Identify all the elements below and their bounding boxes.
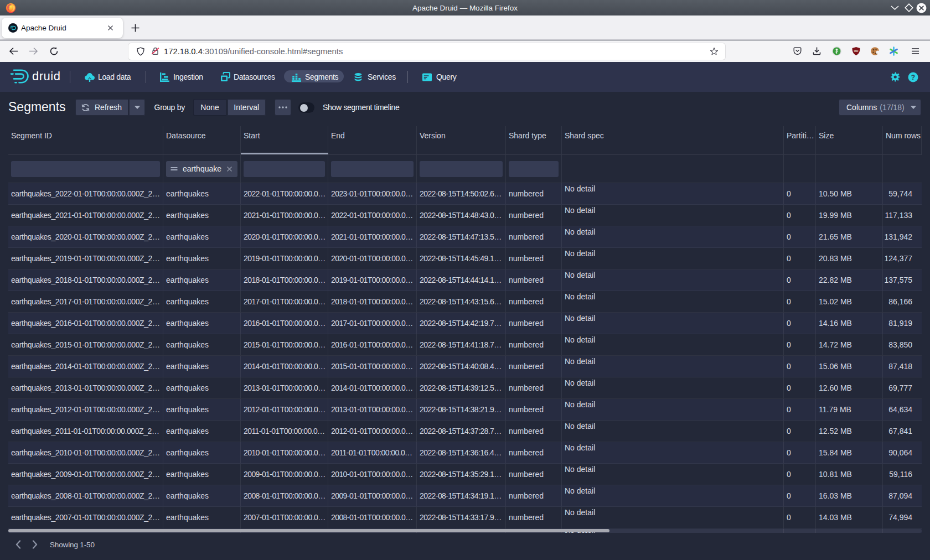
nav-item-segments[interactable]: Segments [291,62,338,92]
column-header-size[interactable]: Size [816,126,883,154]
nav-divider [407,71,408,83]
extension-ublock-icon[interactable]: UO [851,46,861,56]
cell-end: 2015-01-01T00:00:00.0… [328,356,417,377]
filter-input-segment-id[interactable] [11,161,160,177]
cell-segment-id[interactable]: earthquakes_2019-01-01T00:00:00.000Z_2… [8,248,163,269]
help-icon[interactable]: ? [908,72,918,82]
maximize-icon[interactable] [905,3,913,12]
refresh-icon [81,103,90,112]
druid-brand[interactable]: druid [10,68,60,85]
cell-segment-id[interactable]: earthquakes_2014-01-01T00:00:00.000Z_2… [8,356,163,377]
downloads-icon[interactable] [812,46,822,56]
group-by-none-button[interactable]: None [193,99,226,116]
back-button[interactable] [9,46,18,56]
tab-apache-druid[interactable]: Apache Druid [2,18,123,38]
refresh-dropdown-button[interactable] [128,99,145,116]
cell-segment-id[interactable]: earthquakes_2011-01-01T00:00:00.000Z_2… [8,421,163,442]
remove-filter-icon[interactable] [226,165,233,173]
columns-button[interactable]: Columns (17/18) [839,99,921,116]
nav-label: Segments [305,72,338,81]
cell-version: 2022-08-15T14:41:18.7… [417,334,506,355]
filter-cell-version [417,155,506,183]
column-header-datasource[interactable]: Datasource [163,126,241,154]
cell-start: 2007-01-01T00:00:00.0… [241,507,328,528]
column-header-shard-type[interactable]: Shard type [506,126,562,154]
sort-indicator [241,153,328,154]
cell-segment-id[interactable]: earthquakes_2013-01-01T00:00:00.000Z_2… [8,377,163,398]
nav-item-services[interactable]: Services [354,62,396,92]
column-header-end[interactable]: End [328,126,417,154]
url-bar[interactable]: 172.18.0.4:30109/unified-console.html#se… [128,43,725,60]
extension-privacy-icon[interactable] [832,46,841,56]
cell-segment-id[interactable]: earthquakes_2022-01-01T00:00:00.000Z_2… [8,183,163,204]
cell-segment-id[interactable]: earthquakes_2007-01-01T00:00:00.000Z_2… [8,507,163,528]
cell-num-rows: 59,744 [883,183,922,204]
menu-hamburger-icon[interactable] [911,46,920,56]
filter-input-shard-type[interactable] [509,161,559,177]
forward-button[interactable] [29,46,38,56]
cell-partition: 0 [784,226,816,247]
group-by-interval-button[interactable]: Interval [227,99,266,116]
column-header-version[interactable]: Version [417,126,506,154]
cell-datasource: earthquakes [163,269,241,291]
filter-input-version[interactable] [420,161,503,177]
cell-segment-id[interactable]: earthquakes_2021-01-01T00:00:00.000Z_2… [8,205,163,226]
table-filter-row: earthquake [8,155,922,183]
cell-segment-id[interactable]: earthquakes_2018-01-01T00:00:00.000Z_2… [8,269,163,291]
settings-gear-icon[interactable] [890,72,900,82]
column-header-label: Version [420,131,446,140]
cell-start: 2011-01-01T00:00:00.0… [241,421,328,442]
column-header-shard-spec[interactable]: Shard spec [562,126,784,154]
tab-close-icon[interactable] [107,24,114,32]
previous-page-icon[interactable] [14,540,23,549]
insecure-lock-icon[interactable] [151,46,160,56]
nav-item-ingestion[interactable]: Ingestion [159,62,203,92]
pocket-icon[interactable] [793,46,802,56]
filter-input-end[interactable] [331,161,414,177]
datasource-filter-tag[interactable]: earthquake [166,161,237,177]
cell-segment-id[interactable]: earthquakes_2020-01-01T00:00:00.000Z_2… [8,226,163,247]
bookmark-star-icon[interactable] [710,47,719,56]
column-header-start[interactable]: Start [241,126,328,154]
cell-datasource: earthquakes [163,399,241,420]
window-title: Apache Druid — Mozilla Firefox [0,4,930,12]
cell-version: 2022-08-15T14:44:14.1… [417,269,506,291]
cell-partition: 0 [784,377,816,398]
cell-shard-type: numbered [506,377,562,398]
cell-size: 15.84 MB [816,442,883,463]
url-text[interactable]: 172.18.0.4:30109/unified-console.html#se… [164,47,710,56]
column-header-partiti-[interactable]: Partiti… [784,126,816,154]
cell-segment-id[interactable]: earthquakes_2010-01-01T00:00:00.000Z_2… [8,442,163,463]
reload-button[interactable] [49,46,59,56]
more-options-button[interactable] [275,99,292,116]
cell-shard-spec: No detail [562,248,784,269]
database-icon [354,72,363,82]
cell-segment-id[interactable]: earthquakes_2017-01-01T00:00:00.000Z_2… [8,291,163,312]
cell-segment-id[interactable]: earthquakes_2016-01-01T00:00:00.000Z_2… [8,313,163,334]
close-icon[interactable] [916,3,927,13]
next-page-icon[interactable] [30,540,39,549]
column-header-segment-id[interactable]: Segment ID [8,126,163,154]
cell-segment-id[interactable]: earthquakes_2009-01-01T00:00:00.000Z_2… [8,464,163,485]
nav-item-load-data[interactable]: Load data [84,62,131,92]
cell-segment-id[interactable]: earthquakes_2012-01-01T00:00:00.000Z_2… [8,399,163,420]
horizontal-scrollbar-thumb[interactable] [8,529,609,532]
cell-segment-id[interactable]: earthquakes_2015-01-01T00:00:00.000Z_2… [8,334,163,355]
minimize-icon[interactable] [890,4,900,12]
nav-item-datasources[interactable]: Datasources [220,62,275,92]
table-row: earthquakes_2010-01-01T00:00:00.000Z_2…e… [8,442,922,464]
nav-item-query[interactable]: Query [422,62,456,92]
cell-shard-spec: No detail [562,334,784,355]
tracking-shield-icon[interactable] [136,47,145,56]
new-tab-button[interactable] [131,23,140,33]
cell-size: 19.99 MB [816,205,883,226]
cell-start: 2022-01-01T00:00:00.0… [241,183,328,204]
timeline-toggle[interactable] [298,102,314,113]
refresh-button[interactable]: Refresh [75,99,128,116]
column-header-num-rows[interactable]: Num rows [883,126,922,154]
cell-segment-id[interactable]: earthquakes_2008-01-01T00:00:00.000Z_2… [8,485,163,506]
extension-asterisk-icon[interactable] [889,46,898,56]
extension-cookie-icon[interactable] [870,46,880,56]
nav-divider [146,71,146,83]
filter-input-start[interactable] [244,161,325,177]
